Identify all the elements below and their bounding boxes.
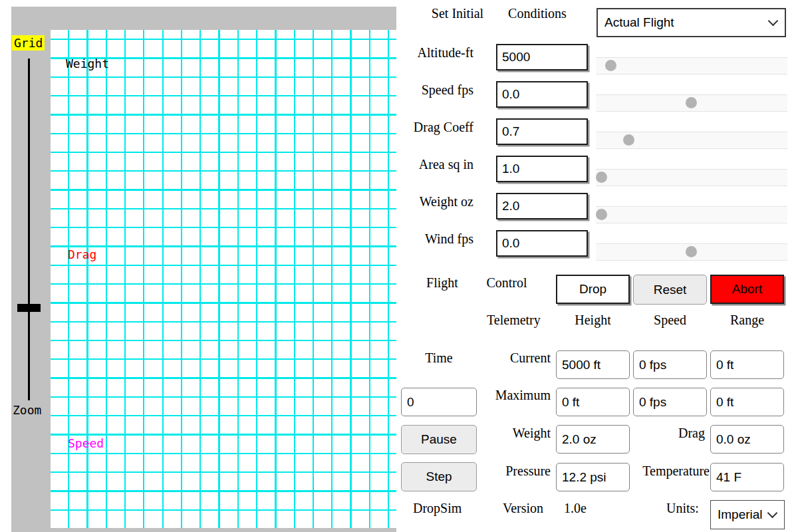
weight-series-label: Weight [66,57,109,70]
flight-preset-value: Actual Flight [604,15,674,30]
current-label: Current [466,350,551,366]
speed-slider[interactable] [596,94,787,112]
speed-series-label: Speed [68,436,104,450]
chevron-down-icon [768,16,779,27]
altitude-slider-thumb[interactable] [605,60,616,71]
units-label: Units: [666,501,699,516]
grid-toggle-label[interactable]: Grid [12,35,45,51]
drag-coeff-slider[interactable] [596,132,787,149]
set-initial-label: Set Initial [424,6,491,21]
time-label: Time [412,350,466,366]
area-slider-thumb[interactable] [596,172,607,183]
pressure-label: Pressure [466,464,551,479]
wind-label: Wind fps [399,231,473,247]
reset-button[interactable]: Reset [633,275,707,305]
drop-button[interactable]: Drop [556,275,630,304]
abort-button[interactable]: Abort [710,275,784,304]
altitude-label: Altitude-ft [399,45,473,61]
dropsim-app: Grid Zoom Weight Drag Speed Set Initial … [0,0,798,532]
telemetry-weight-readout: 2.0 oz [556,425,630,454]
app-name-label: DropSim [413,501,462,516]
telemetry-drag-readout: 0.0 oz [710,425,784,454]
flight-preset-select[interactable]: Actual Flight [597,8,786,37]
current-range-readout: 0 ft [710,350,784,379]
units-value: Imperial [718,507,763,522]
speed-slider-thumb[interactable] [686,97,697,108]
maximum-speed-readout: 0 fps [633,388,707,416]
area-label: Area sq in [399,157,473,172]
maximum-range-readout: 0 ft [710,388,784,416]
drag-coeff-input[interactable]: 0.7 [496,118,588,145]
altitude-slider[interactable] [596,57,787,74]
wind-slider-thumb[interactable] [686,246,697,257]
current-speed-readout: 0 fps [633,350,707,379]
weight-input[interactable]: 2.0 [496,193,588,219]
time-value: 0 [407,395,414,410]
speed-value: 0.0 [502,87,519,102]
version-value: 1.0e [564,501,587,516]
pressure-readout: 12.2 psi [556,463,630,491]
version-label: Version [503,501,543,516]
zoom-slider-track[interactable] [28,59,30,400]
area-value: 1.0 [502,162,519,176]
telemetry-col-height: Height [556,313,630,328]
speed-input[interactable]: 0.0 [496,81,588,108]
weight-slider[interactable] [596,206,787,223]
weight-label: Weight oz [399,194,473,209]
speed-label: Speed fps [399,82,473,98]
conditions-label: Conditions [504,6,571,21]
control-label: Control [480,275,533,291]
wind-value: 0.0 [502,236,519,251]
wind-input[interactable]: 0.0 [496,230,588,257]
telemetry-drag-label: Drag [632,426,705,441]
altitude-value: 5000 [502,50,530,65]
plot-canvas [51,30,396,528]
flight-label: Flight [419,275,466,291]
area-input[interactable]: 1.0 [496,156,588,182]
telemetry-col-speed: Speed [633,313,707,328]
chevron-down-icon [767,508,778,519]
weight-value: 2.0 [502,199,519,213]
weight-slider-thumb[interactable] [596,209,607,220]
drag-series-label: Drag [68,247,96,261]
area-slider[interactable] [596,169,787,186]
wind-slider[interactable] [596,243,787,261]
telemetry-weight-label: Weight [466,426,551,441]
telemetry-col-range: Range [710,313,784,328]
temperature-readout: 41 F [710,463,784,491]
drag-coeff-value: 0.7 [502,124,519,139]
current-height-readout: 5000 ft [556,350,630,379]
drag-coeff-label: Drag Coeff [399,120,473,135]
units-select[interactable]: Imperial [710,500,785,529]
altitude-input[interactable]: 5000 [496,44,588,70]
zoom-slider-label: Zoom [13,403,41,417]
temperature-label: Temperature [625,464,710,479]
maximum-height-readout: 0 ft [556,388,630,416]
drag-coeff-slider-thumb[interactable] [623,134,634,146]
zoom-slider-thumb[interactable] [17,304,41,312]
telemetry-label: Telemetry [487,313,541,328]
maximum-label: Maximum [466,388,551,403]
